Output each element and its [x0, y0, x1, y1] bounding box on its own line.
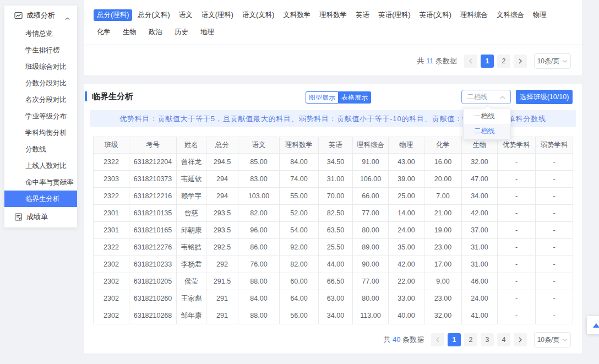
next-page-button[interactable]	[514, 55, 527, 68]
subject-tab-r1-1[interactable]: 总分(文科)	[134, 9, 173, 21]
subject-tab-r1-12[interactable]: 物理	[530, 9, 550, 21]
page-button-1[interactable]: 1	[448, 333, 461, 346]
table-row: 23016318210165邱朝康293.596.0054.0063.5080.…	[94, 222, 573, 239]
sidebar-item-label: 成绩分析	[26, 10, 55, 20]
subject-tab-r1-4[interactable]: 语文(文科)	[239, 9, 277, 21]
subject-tab-r1-8[interactable]: 英语(理科)	[375, 9, 413, 21]
total-count-number: 40	[393, 335, 400, 344]
line-select-dropdown: 一档线二档线	[463, 108, 511, 140]
page-button-1[interactable]: 1	[481, 55, 494, 68]
sidebar-item-subject-balance-analysis[interactable]: 学科均衡分析	[4, 124, 77, 141]
table-cell-6: 31.00	[319, 171, 353, 188]
sidebar-item-critical-student-analysis[interactable]: 临界生分析	[4, 191, 77, 207]
table-cell-6: 44.00	[319, 256, 353, 273]
subject-tab-r1-5[interactable]: 文科数学	[280, 9, 314, 21]
table-cell-10: 41.00	[462, 307, 498, 324]
table-cell-1: 6318210373	[129, 171, 177, 188]
dropdown-option-1[interactable]: 二档线	[464, 124, 510, 139]
back-to-top-button[interactable]	[587, 316, 599, 334]
table-cell-5: 52.00	[280, 205, 319, 222]
table-cell-4: 86.00	[238, 239, 280, 256]
table-cell-10: 42.00	[462, 205, 498, 222]
table-cell-2: 曾祥龙	[177, 154, 206, 171]
subject-tab-r1-2[interactable]: 语文	[176, 9, 196, 21]
table-cell-4: 84.00	[238, 290, 280, 307]
graph-view-button[interactable]: 图型展示	[306, 91, 339, 104]
table-cell-2: 李杨君	[177, 256, 206, 273]
table-row: 23026318210260王家彪29184.0064.0063.0080.00…	[94, 290, 573, 307]
table-cell-7: 89.00	[353, 239, 389, 256]
dropdown-option-0[interactable]: 一档线	[464, 109, 510, 124]
table-cell-9: 23.00	[424, 239, 462, 256]
table-cell-2: 邹年康	[177, 307, 206, 324]
page-button-2[interactable]: 2	[497, 55, 510, 68]
table-cell-0: 2301	[94, 205, 129, 222]
table-cell-7: 77.00	[353, 273, 389, 290]
subject-tab-r1-6[interactable]: 理科数学	[316, 9, 350, 21]
prev-page-button[interactable]	[431, 333, 444, 346]
subject-tab-r2-0[interactable]: 化学	[94, 26, 114, 38]
subject-tab-r2-2[interactable]: 政治	[145, 26, 166, 38]
line-select[interactable]: 二档线	[461, 90, 511, 104]
table-cell-11: -	[498, 171, 536, 188]
subject-tab-r1-0[interactable]: 总分(理科)	[94, 9, 132, 21]
subject-tab-r1-10[interactable]: 理科综合	[457, 9, 491, 21]
sidebar-item-academic-grade-distribution[interactable]: 学业等级分布	[4, 108, 77, 124]
table-cell-3: 291	[206, 307, 238, 324]
table-cell-4: 103.00	[238, 188, 280, 205]
table-cell-2: 侯莹	[177, 273, 206, 290]
sidebar-item-student-ranking[interactable]: 学生排行榜	[4, 42, 77, 58]
page-size-select[interactable]: 10条/页	[534, 332, 571, 347]
next-page-button[interactable]	[514, 333, 527, 346]
prev-page-button[interactable]	[464, 55, 477, 68]
view-toggle-group: 图型展示 表格展示	[306, 91, 371, 104]
select-class-button[interactable]: 选择班级(10/10)	[516, 90, 573, 104]
table-cell-4: 85.00	[238, 154, 280, 171]
subject-tab-r1-9[interactable]: 英语(文科)	[416, 9, 455, 21]
subject-tab-r1-3[interactable]: 语文(理科)	[198, 9, 237, 21]
chart-icon	[14, 12, 23, 19]
table-cell-9: 21.00	[424, 205, 462, 222]
chevron-up-icon[interactable]	[65, 14, 70, 22]
sidebar-item-class-comprehensive-compare[interactable]: 班级综合对比	[4, 58, 77, 75]
sidebar-item-online-count-compare[interactable]: 上线人数对比	[4, 157, 77, 174]
table-cell-8: 39.00	[389, 171, 424, 188]
page-button-2[interactable]: 2	[464, 333, 477, 346]
table-view-button[interactable]: 表格展示	[339, 91, 371, 104]
table-cell-11: -	[498, 205, 536, 222]
subject-tab-r2-3[interactable]: 历史	[171, 26, 192, 38]
bottom-pagination: 共 40 条数据123410条/页	[383, 332, 571, 347]
sidebar-item-exam-overview[interactable]: 考情总览	[4, 25, 77, 42]
table-cell-7: 90.00	[353, 256, 389, 273]
column-header-2: 姓名	[177, 137, 206, 154]
page-button-4[interactable]: 4	[497, 333, 510, 346]
table-cell-9: 19.00	[424, 222, 462, 239]
sidebar-item-score-segment-compare[interactable]: 分数分段对比	[4, 75, 77, 91]
sidebar-item-score-line[interactable]: 分数线	[4, 141, 77, 157]
table-cell-0: 2322	[94, 154, 129, 171]
sidebar-item-rank-segment-compare[interactable]: 名次分段对比	[4, 91, 77, 108]
table-cell-2: 韦延钦	[177, 171, 206, 188]
table-cell-7: 91.00	[353, 154, 389, 171]
subject-tab-r2-4[interactable]: 地理	[197, 26, 217, 38]
sidebar-item-hit-rate-contribution[interactable]: 命中率与贡献率	[4, 174, 77, 191]
column-header-0: 班级	[94, 137, 129, 154]
page-button-3[interactable]: 3	[481, 333, 494, 346]
table-cell-2: 赖学宇	[177, 188, 206, 205]
sidebar: 成绩分析 考情总览学生排行榜班级综合对比分数分段对比名次分段对比学业等级分布学科…	[4, 6, 77, 227]
table-cell-12: -	[536, 256, 573, 273]
table-cell-1: 6318210233	[129, 256, 177, 273]
table-cell-7: 113.00	[353, 307, 389, 324]
subject-tab-r1-7[interactable]: 英语	[352, 9, 373, 21]
table-cell-5: 92.00	[280, 239, 319, 256]
column-header-5: 理科数学	[280, 137, 319, 154]
table-cell-0: 2302	[94, 290, 129, 307]
subject-tab-r1-11[interactable]: 文科综合	[493, 9, 527, 21]
sidebar-item-score-analysis[interactable]: 成绩分析	[4, 6, 77, 25]
table-cell-3: 294.5	[206, 154, 238, 171]
table-cell-9: 16.00	[424, 154, 462, 171]
subject-tabs: 总分(理科)总分(文科)语文语文(理科)语文(文科)文科数学理科数学英语英语(理…	[84, 0, 582, 38]
page-size-select[interactable]: 10条/页	[534, 53, 571, 69]
sidebar-item-report-card[interactable]: 成绩单	[4, 207, 77, 227]
subject-tab-r2-1[interactable]: 生物	[119, 26, 140, 38]
